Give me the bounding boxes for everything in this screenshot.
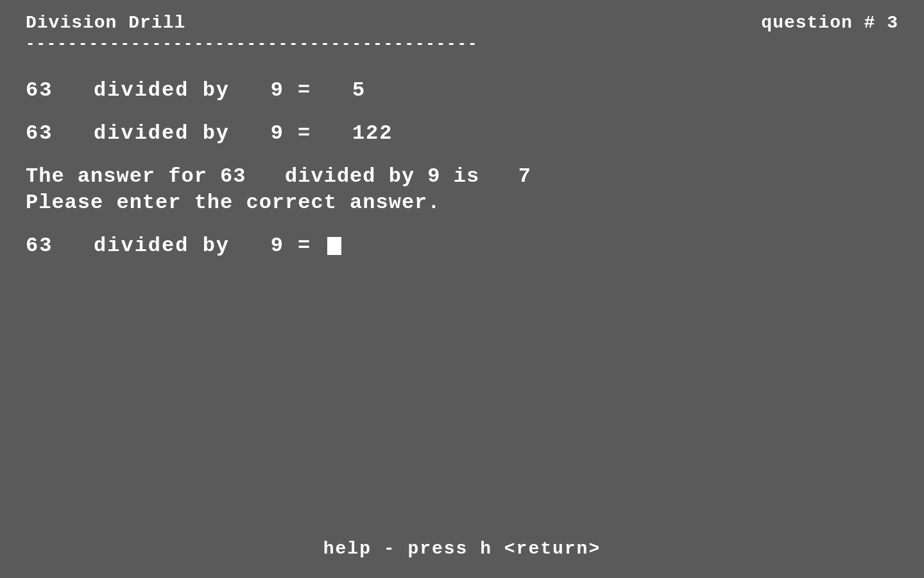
help-text: help - press h <return>: [323, 539, 601, 559]
attempt-1: 63 divided by 9 = 5: [26, 78, 898, 102]
correction-line1: The answer for 63 divided by 9 is 7: [26, 164, 898, 188]
divider-line: ----------------------------------------…: [26, 35, 898, 53]
content-area: 63 divided by 9 = 5 63 divided by 9 = 12…: [26, 78, 898, 258]
text-cursor: [327, 237, 341, 255]
question-number: question # 3: [761, 13, 898, 33]
app-title: Division Drill: [26, 13, 185, 33]
footer-help: help - press h <return>: [0, 539, 924, 559]
input-prefix: 63 divided by 9 =: [26, 234, 325, 258]
attempt-2: 63 divided by 9 = 122: [26, 121, 898, 145]
correction-line2: Please enter the correct answer.: [26, 191, 898, 215]
main-screen: Division Drill question # 3 ------------…: [0, 0, 924, 578]
header: Division Drill question # 3: [26, 13, 898, 33]
input-area[interactable]: 63 divided by 9 =: [26, 234, 898, 258]
